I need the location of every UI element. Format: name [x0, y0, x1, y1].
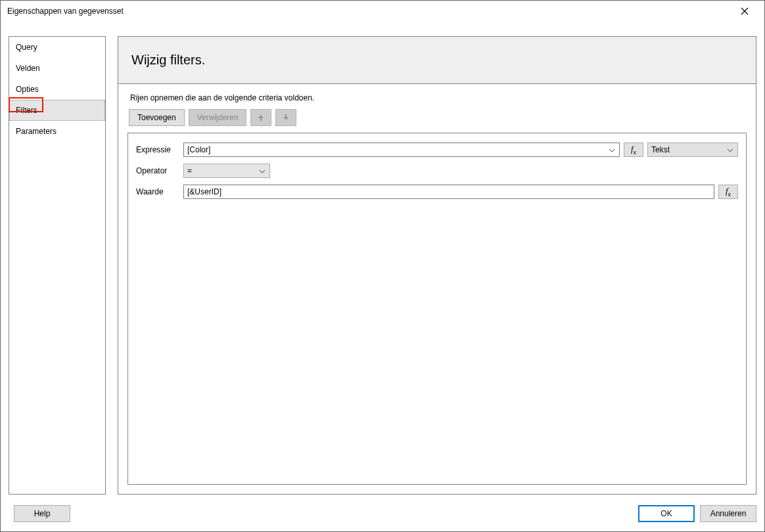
arrow-down-icon	[282, 114, 290, 122]
button-label: Verwijderen	[197, 113, 239, 122]
dialog-body: Query Velden Opties Filters Parameters W…	[1, 22, 764, 500]
operator-value: =	[187, 166, 192, 175]
dialog-footer: Help OK Annuleren	[1, 500, 764, 531]
operator-combo[interactable]: =	[183, 164, 270, 178]
expression-combo[interactable]: [Color]	[183, 143, 620, 157]
value-label: Waarde	[136, 187, 179, 196]
window-title: Eigenschappen van gegevensset	[7, 7, 731, 16]
page-content: Rijen opnemen die aan de volgende criter…	[118, 84, 756, 494]
add-button[interactable]: Toevoegen	[129, 109, 185, 126]
fx-icon: fx	[726, 186, 731, 198]
expression-label: Expressie	[136, 145, 179, 154]
value-fx-button[interactable]: fx	[718, 185, 738, 199]
arrow-up-icon	[257, 114, 265, 122]
sidebar-item-label: Opties	[16, 85, 39, 94]
type-value: Tekst	[651, 145, 670, 154]
titlebar: Eigenschappen van gegevensset	[1, 1, 764, 22]
value-input[interactable]: [&UserID]	[183, 185, 714, 199]
sidebar-item-label: Parameters	[16, 127, 57, 136]
main-panel: Wijzig filters. Rijen opnemen die aan de…	[118, 36, 756, 495]
sidebar-item-filters[interactable]: Filters	[9, 100, 105, 121]
sidebar-item-query[interactable]: Query	[9, 37, 105, 58]
chevron-down-icon	[727, 145, 733, 154]
page-header: Wijzig filters.	[118, 37, 756, 84]
button-label: OK	[661, 509, 672, 518]
expression-row: Expressie [Color] fx Tekst	[136, 143, 738, 157]
filter-toolbar: Toevoegen Verwijderen	[129, 109, 747, 126]
filter-editor: Expressie [Color] fx Tekst Operator	[128, 133, 747, 485]
sidebar-item-label: Velden	[16, 64, 40, 73]
sidebar-item-options[interactable]: Opties	[9, 79, 105, 100]
button-label: Toevoegen	[137, 113, 176, 122]
page-heading: Wijzig filters.	[131, 53, 743, 68]
delete-button[interactable]: Verwijderen	[189, 109, 247, 126]
chevron-down-icon	[259, 166, 266, 175]
fx-icon: fx	[631, 144, 636, 156]
cancel-button[interactable]: Annuleren	[700, 505, 756, 522]
ok-button[interactable]: OK	[638, 505, 695, 522]
sidebar-item-label: Filters	[16, 106, 37, 115]
button-label: Help	[34, 509, 51, 518]
operator-row: Operator =	[136, 164, 738, 178]
expression-value: [Color]	[187, 145, 210, 154]
dialog-window: Eigenschappen van gegevensset Query Veld…	[0, 0, 765, 532]
operator-label: Operator	[136, 166, 179, 175]
instruction-text: Rijen opnemen die aan de volgende criter…	[130, 93, 747, 102]
close-button[interactable]	[731, 1, 758, 21]
expression-fx-button[interactable]: fx	[624, 143, 643, 157]
button-label: Annuleren	[710, 509, 747, 518]
chevron-down-icon	[609, 145, 615, 154]
sidebar: Query Velden Opties Filters Parameters	[9, 36, 106, 495]
close-icon	[741, 7, 749, 15]
value-value: [&UserID]	[187, 187, 221, 196]
type-combo[interactable]: Tekst	[647, 143, 738, 157]
move-down-button[interactable]	[275, 109, 296, 126]
sidebar-item-parameters[interactable]: Parameters	[9, 121, 105, 142]
sidebar-item-fields[interactable]: Velden	[9, 58, 105, 79]
value-row: Waarde [&UserID] fx	[136, 185, 738, 199]
move-up-button[interactable]	[250, 109, 271, 126]
sidebar-item-label: Query	[16, 43, 37, 52]
help-button[interactable]: Help	[14, 505, 70, 522]
